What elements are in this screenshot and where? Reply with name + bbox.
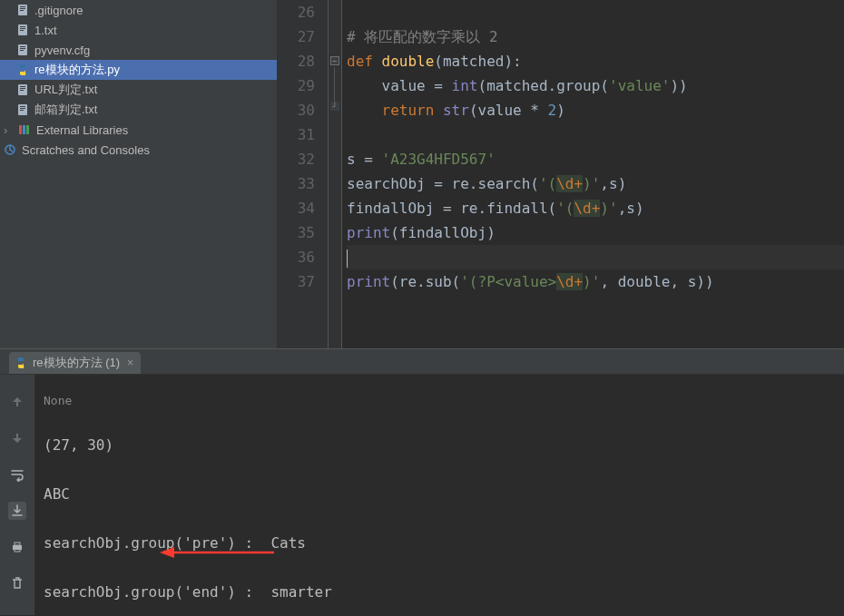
code-text: (findallObj) xyxy=(390,224,496,241)
svg-rect-6 xyxy=(20,28,25,29)
code-text: , double, s)) xyxy=(600,273,713,290)
code-text: searchObj = re.search( xyxy=(347,175,539,192)
code-text: (re.sub( xyxy=(390,273,460,290)
svg-rect-11 xyxy=(20,50,24,51)
external-libraries[interactable]: › External Libraries xyxy=(0,120,277,140)
trash-button[interactable] xyxy=(8,574,26,592)
file-icon xyxy=(16,4,29,16)
code-text: return xyxy=(382,102,443,119)
code-text: 2 xyxy=(548,102,557,119)
svg-rect-17 xyxy=(20,106,25,107)
svg-rect-13 xyxy=(20,86,25,87)
code-text: (matched): xyxy=(434,53,521,70)
code-text: 'value' xyxy=(609,77,670,94)
close-icon[interactable]: × xyxy=(127,357,133,369)
fold-strip: − ┘ xyxy=(329,0,341,348)
svg-rect-9 xyxy=(20,46,25,47)
console-line: None xyxy=(44,394,835,408)
file-url-txt[interactable]: URL判定.txt xyxy=(0,80,277,100)
file-1-txt[interactable]: 1.txt xyxy=(0,20,277,40)
file-label: URL判定.txt xyxy=(34,82,97,98)
file-icon xyxy=(16,24,29,36)
code-text: print xyxy=(347,224,390,241)
code-text: '(?P<value> xyxy=(460,273,556,290)
scratches-icon xyxy=(4,143,16,156)
run-toolbar xyxy=(0,375,34,615)
chevron-right-icon: › xyxy=(4,123,13,137)
file-label: 1.txt xyxy=(34,24,57,37)
code-text: )' xyxy=(583,175,600,192)
console-line: searchObj.group('end') : smarter xyxy=(44,580,835,604)
code-text: \d+ xyxy=(556,273,583,290)
run-tab-label: re模块的方法 (1) xyxy=(33,355,120,371)
python-file-icon xyxy=(15,357,27,369)
svg-rect-18 xyxy=(20,108,25,109)
code-text: '( xyxy=(539,175,556,192)
code-text: value = xyxy=(382,77,452,94)
svg-rect-25 xyxy=(15,543,20,545)
code-text: s = xyxy=(347,151,382,168)
svg-rect-14 xyxy=(20,88,25,89)
file-re-module-py[interactable]: re模块的方法.py xyxy=(0,60,277,80)
code-area[interactable]: # 将匹配的数字乘以 2 def double(matched): value … xyxy=(341,0,844,348)
code-text: str xyxy=(443,102,469,119)
scratches-node[interactable]: Scratches and Consoles xyxy=(0,140,277,160)
run-tab-bar: re模块的方法 (1) × xyxy=(0,349,844,375)
scroll-to-end-button[interactable] xyxy=(8,502,26,520)
node-label: Scratches and Consoles xyxy=(22,143,150,157)
file-icon xyxy=(16,83,29,96)
code-text: \d+ xyxy=(556,175,583,192)
up-arrow-button[interactable] xyxy=(8,393,26,411)
code-text: )) xyxy=(670,77,687,94)
code-text: def xyxy=(347,53,382,70)
svg-rect-7 xyxy=(20,30,24,31)
svg-rect-3 xyxy=(20,10,24,11)
console-output[interactable]: None (27, 30) ABC searchObj.group('pre')… xyxy=(34,375,844,615)
file-pyvenv-cfg[interactable]: pyvenv.cfg xyxy=(0,40,277,60)
code-text: findallObj = re.findall( xyxy=(347,200,556,217)
svg-rect-20 xyxy=(19,125,22,134)
code-text: print xyxy=(347,273,390,290)
svg-rect-5 xyxy=(20,26,25,27)
code-text xyxy=(347,102,382,119)
code-text xyxy=(347,77,382,94)
file-label: .gitignore xyxy=(34,4,83,17)
code-text: ,s) xyxy=(600,175,626,192)
run-tab[interactable]: re模块的方法 (1) × xyxy=(9,352,141,374)
code-text: 'A23G4HFD567' xyxy=(382,151,496,168)
python-file-icon xyxy=(16,64,29,76)
svg-rect-26 xyxy=(15,549,20,552)
svg-rect-19 xyxy=(20,110,24,111)
file-icon xyxy=(16,103,29,116)
code-text: \d+ xyxy=(574,200,600,217)
file-label: 邮箱判定.txt xyxy=(34,102,97,118)
svg-rect-22 xyxy=(26,125,29,134)
print-button[interactable] xyxy=(8,538,26,556)
file-label: pyvenv.cfg xyxy=(34,44,90,57)
svg-rect-10 xyxy=(20,48,25,49)
soft-wrap-button[interactable] xyxy=(8,465,26,484)
console-line: ABC xyxy=(44,482,835,506)
code-text: int xyxy=(452,77,478,94)
file-gitignore[interactable]: .gitignore xyxy=(0,0,277,20)
file-label: re模块的方法.py xyxy=(34,62,120,78)
code-editor[interactable]: 26 27 28 29 30 31 32 33 34 35 36 37 − ┘ … xyxy=(278,0,844,348)
library-icon xyxy=(18,123,31,136)
fold-toggle-icon[interactable]: − xyxy=(330,56,339,65)
line-gutter: 26 27 28 29 30 31 32 33 34 35 36 37 xyxy=(278,0,329,348)
svg-rect-15 xyxy=(20,90,24,91)
code-text: # 将匹配的数字乘以 2 xyxy=(347,28,498,45)
code-text: ,s) xyxy=(618,200,644,217)
code-text: (matched.group( xyxy=(478,77,610,94)
node-label: External Libraries xyxy=(36,123,128,137)
console-line: (27, 30) xyxy=(44,433,835,457)
svg-rect-2 xyxy=(20,8,25,9)
down-arrow-button[interactable] xyxy=(8,429,26,447)
code-text: '( xyxy=(556,200,574,217)
code-text: (value * xyxy=(469,102,548,119)
file-icon xyxy=(16,44,29,56)
code-text: ) xyxy=(556,102,565,119)
file-email-txt[interactable]: 邮箱判定.txt xyxy=(0,100,277,120)
text-cursor xyxy=(347,249,348,268)
project-tree: .gitignore 1.txt pyvenv.cfg re模块的方法.py U… xyxy=(0,0,278,348)
